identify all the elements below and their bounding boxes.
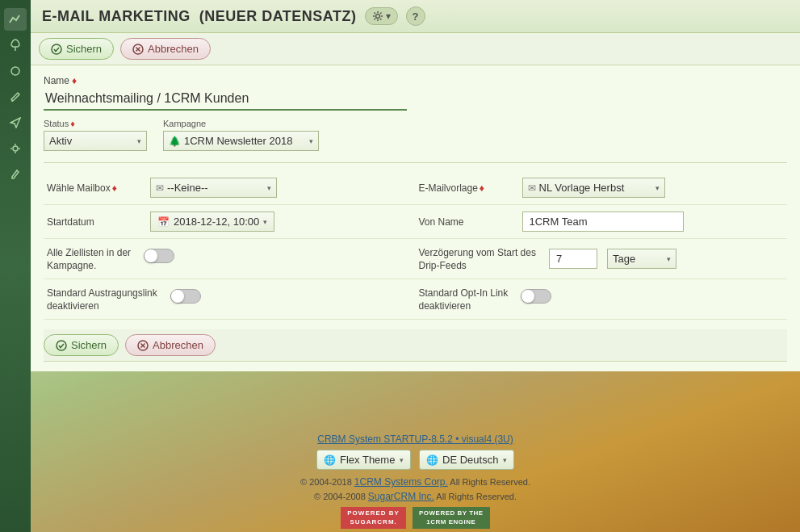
- status-arrow: ▾: [137, 137, 141, 145]
- settings-button[interactable]: ▾: [365, 7, 398, 25]
- campaign-label: Kampagne: [163, 119, 319, 128]
- svg-point-3: [13, 146, 18, 151]
- title-suffix: (NEUER DATENSATZ): [199, 8, 357, 24]
- startdate-label: Startdatum: [47, 216, 144, 228]
- sidebar-icon-edit[interactable]: [4, 86, 27, 108]
- delay-unit-arrow: ▾: [667, 255, 671, 263]
- campaign-select[interactable]: 1CRM Newsletter 2018: [184, 135, 306, 147]
- name-row: Name♦: [44, 75, 787, 111]
- campaign-field-group: Kampagne 🌲 1CRM Newsletter 2018 ▾: [163, 119, 319, 151]
- date-arrow: ▾: [263, 218, 267, 226]
- status-label: Status♦: [44, 119, 147, 128]
- unsub-toggle[interactable]: [170, 289, 201, 304]
- delay-unit-select[interactable]: Tage Stunden Wochen: [613, 253, 664, 265]
- cancel-button[interactable]: Abbrechen: [120, 38, 211, 60]
- page-title: E-MAIL MARKETING (NEUER DATENSATZ): [42, 8, 357, 25]
- all-lists-label: Alle Ziellisten in der Kampagne.: [47, 247, 131, 272]
- sidebar-icon-settings[interactable]: [4, 137, 27, 160]
- company2-link[interactable]: SugarCRM Inc.: [368, 491, 434, 502]
- mailbox-select[interactable]: --Keine--: [167, 182, 264, 194]
- main-content: E-MAIL MARKETING (NEUER DATENSATZ) ▾ ?: [31, 0, 800, 371]
- settings-btn-arrow: ▾: [386, 10, 391, 22]
- date-picker[interactable]: 📅 2018-12-12, 10:00 ▾: [150, 212, 274, 232]
- name-input[interactable]: [44, 88, 407, 111]
- date-value: 2018-12-12, 10:00: [174, 216, 259, 228]
- unsub-toggle-wrap: [170, 289, 201, 304]
- toggle-knob-2: [171, 290, 184, 303]
- save-check-icon-bottom: [56, 340, 67, 351]
- all-lists-cell: Alle Ziellisten in der Kampagne.: [44, 239, 416, 279]
- sugarcrm-logo: POWERED BYSUGARCRM.: [341, 507, 406, 529]
- toolbar: Sichern Abbrechen: [31, 33, 800, 65]
- svg-point-17: [52, 44, 61, 54]
- svg-point-21: [57, 341, 66, 350]
- unsub-label: Standard Austragungslink deaktivieren: [47, 287, 157, 312]
- cancel-button-bottom[interactable]: Abbrechen: [125, 334, 216, 356]
- sidebar: [0, 0, 31, 532]
- status-campaign-row: Status♦ Aktiv Inaktiv Abgeschlossen ▾ Ka…: [44, 119, 787, 151]
- cancel-x-icon-bottom: [137, 340, 149, 351]
- email-template-label: E-Mailvorlage♦: [419, 182, 516, 194]
- save-check-icon: [51, 44, 62, 55]
- theme-select[interactable]: Flex Theme: [340, 454, 396, 466]
- sidebar-icon-pen[interactable]: [4, 163, 27, 186]
- from-name-input[interactable]: [522, 212, 684, 232]
- startdate-cell: Startdatum 📅 2018-12-12, 10:00 ▾: [44, 205, 416, 239]
- mailbox-label: Wähle Mailbox♦: [47, 182, 144, 194]
- delay-cell: Verzögerung vom Start des Drip-Feeds Tag…: [416, 239, 788, 279]
- save-button[interactable]: Sichern: [39, 38, 114, 60]
- form-area: Name♦ Status♦ Aktiv Inaktiv Abgeschlosse…: [31, 65, 800, 371]
- template-arrow: ▾: [655, 184, 660, 192]
- toggle-knob-3: [521, 290, 534, 303]
- from-name-label: Von Name: [419, 216, 516, 228]
- company1-link[interactable]: 1CRM Systems Corp.: [354, 476, 448, 488]
- unsub-cell: Standard Austragungslink deaktivieren: [44, 279, 416, 320]
- language-globe-icon: 🌐: [426, 455, 438, 466]
- optin-cell: Standard Opt-In Link deaktivieren: [416, 279, 788, 320]
- optin-toggle-wrap: [521, 289, 551, 304]
- form-divider: [44, 162, 787, 163]
- svg-line-14: [380, 19, 382, 20]
- sidebar-icon-send[interactable]: [4, 111, 27, 134]
- gear-icon: [372, 10, 383, 22]
- 1crm-logo: POWERED BY THE1CRM ENGINE: [413, 507, 490, 529]
- sidebar-icon-circle[interactable]: [4, 60, 27, 82]
- save-button-bottom[interactable]: Sichern: [44, 334, 119, 356]
- all-lists-toggle-wrap: [144, 249, 174, 263]
- status-select[interactable]: Aktiv Inaktiv Abgeschlossen: [49, 135, 134, 147]
- svg-line-16: [374, 19, 375, 20]
- sidebar-icon-rocket[interactable]: [4, 34, 27, 57]
- optin-toggle[interactable]: [521, 289, 551, 304]
- template-envelope-icon: ✉: [528, 182, 536, 194]
- language-arrow: ▾: [503, 456, 507, 464]
- version-link[interactable]: CRBM System STARTUP-8.5.2 • visual4 (3U): [317, 434, 513, 445]
- toggle-knob: [145, 249, 157, 262]
- help-button[interactable]: ?: [406, 6, 425, 26]
- theme-select-wrap: 🌐 Flex Theme ▾: [316, 450, 411, 470]
- theme-arrow: ▾: [400, 456, 404, 464]
- mailbox-arrow: ▾: [267, 184, 271, 192]
- svg-line-15: [380, 13, 382, 15]
- name-label: Name♦: [44, 75, 787, 86]
- from-name-cell: Von Name: [416, 205, 788, 239]
- language-select[interactable]: DE Deutsch: [442, 454, 499, 466]
- status-field-group: Status♦ Aktiv Inaktiv Abgeschlossen ▾: [44, 119, 147, 151]
- sidebar-icon-chart[interactable]: [4, 8, 27, 31]
- delay-input[interactable]: [549, 249, 597, 269]
- page-header: E-MAIL MARKETING (NEUER DATENSATZ) ▾ ?: [31, 0, 800, 33]
- footer-selects: 🌐 Flex Theme ▾ 🌐 DE Deutsch ▾: [31, 450, 800, 470]
- save-label-bottom: Sichern: [71, 339, 107, 351]
- template-select[interactable]: NL Vorlage Herbst: [539, 182, 652, 194]
- name-required: ♦: [72, 75, 77, 86]
- delay-label: Verzögerung vom Start des Drip-Feeds: [419, 247, 536, 272]
- copyright-text: © 2004-2018 1CRM Systems Corp. All Right…: [31, 475, 800, 504]
- cancel-x-icon: [132, 44, 144, 55]
- mailbox-cell: Wähle Mailbox♦ ✉ --Keine-- ▾: [44, 171, 416, 205]
- svg-point-1: [11, 67, 19, 75]
- footer-logos: POWERED BYSUGARCRM. POWERED BY THE1CRM E…: [31, 507, 800, 529]
- all-lists-toggle[interactable]: [144, 249, 174, 263]
- campaign-arrow: ▾: [309, 137, 313, 145]
- theme-globe-icon: 🌐: [324, 455, 336, 466]
- email-template-cell: E-Mailvorlage♦ ✉ NL Vorlage Herbst ▾: [416, 171, 788, 205]
- title-prefix: E-MAIL MARKETING: [42, 8, 191, 24]
